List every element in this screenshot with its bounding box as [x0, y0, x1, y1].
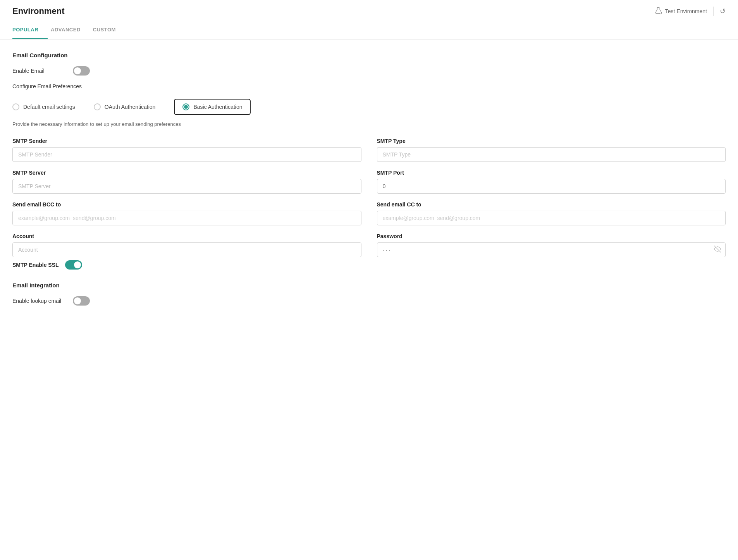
enable-email-row: Enable Email: [12, 66, 726, 76]
smtp-ssl-row: SMTP Enable SSL: [12, 260, 726, 270]
enable-email-label: Enable Email: [12, 68, 67, 74]
tab-advanced[interactable]: ADVANCED: [51, 21, 90, 39]
toggle-thumb-lookup: [74, 297, 81, 304]
page-title: Environment: [12, 6, 64, 16]
refresh-button[interactable]: ↺: [720, 7, 726, 15]
main-content: Email Configuration Enable Email Configu…: [0, 40, 738, 318]
send-cc-label: Send email CC to: [377, 201, 726, 208]
send-cc-input[interactable]: [377, 211, 726, 225]
header-right: Test Environment ↺: [654, 7, 726, 16]
send-bcc-input[interactable]: [12, 211, 361, 225]
radio-circle-oauth: [94, 103, 101, 110]
password-input[interactable]: [377, 242, 726, 257]
auth-options-row: Default email settings OAuth Authenticat…: [12, 99, 726, 115]
account-label: Account: [12, 233, 361, 239]
send-bcc-label: Send email BCC to: [12, 201, 361, 208]
email-integration-title: Email Integration: [12, 282, 726, 289]
smtp-port-label: SMTP Port: [377, 170, 726, 176]
send-cc-field: Send email CC to: [377, 201, 726, 225]
email-integration-section: Email Integration Enable lookup email: [12, 282, 726, 306]
smtp-type-field: SMTP Type: [377, 138, 726, 162]
tab-popular[interactable]: POPULAR: [12, 21, 48, 39]
toggle-thumb-email: [74, 67, 81, 74]
smtp-port-input[interactable]: 0: [377, 179, 726, 194]
enable-lookup-row: Enable lookup email: [12, 296, 726, 306]
enable-email-toggle[interactable]: [73, 66, 90, 76]
enable-lookup-toggle[interactable]: [73, 296, 90, 306]
send-bcc-field: Send email BCC to: [12, 201, 361, 225]
password-wrapper: [377, 242, 726, 257]
smtp-type-label: SMTP Type: [377, 138, 726, 144]
smtp-sender-field: SMTP Sender: [12, 138, 361, 162]
test-environment-button[interactable]: Test Environment: [654, 7, 707, 16]
smtp-ssl-label: SMTP Enable SSL: [12, 262, 59, 268]
info-text: Provide the necessary information to set…: [12, 121, 726, 127]
email-config-title: Email Configuration: [12, 52, 726, 58]
test-environment-label: Test Environment: [665, 8, 707, 14]
password-label: Password: [377, 233, 726, 239]
configure-prefs-label: Configure Email Preferences: [12, 83, 726, 89]
smtp-server-input[interactable]: [12, 179, 361, 194]
radio-circle-basic: [182, 103, 189, 110]
smtp-sender-input[interactable]: [12, 147, 361, 162]
toggle-thumb-ssl: [74, 261, 81, 268]
enable-lookup-label: Enable lookup email: [12, 298, 67, 304]
account-input[interactable]: [12, 242, 361, 257]
radio-label-oauth: OAuth Authentication: [105, 104, 156, 110]
radio-basic-auth[interactable]: Basic Authentication: [174, 99, 251, 115]
page-container: Environment Test Environment ↺ POPULAR A…: [0, 0, 738, 560]
refresh-icon: ↺: [720, 7, 726, 15]
smtp-form-grid: SMTP Sender SMTP Type SMTP Server SMTP P…: [12, 138, 726, 257]
smtp-ssl-toggle[interactable]: [65, 260, 82, 270]
password-field: Password: [377, 233, 726, 257]
smtp-server-field: SMTP Server: [12, 170, 361, 194]
smtp-type-input[interactable]: [377, 147, 726, 162]
tabs-bar: POPULAR ADVANCED CUSTOM: [0, 21, 738, 40]
header: Environment Test Environment ↺: [0, 0, 738, 21]
radio-circle-default: [12, 103, 19, 110]
radio-default-email[interactable]: Default email settings: [12, 103, 75, 110]
smtp-server-label: SMTP Server: [12, 170, 361, 176]
account-field: Account: [12, 233, 361, 257]
radio-label-basic: Basic Authentication: [193, 104, 242, 110]
flask-icon: [654, 7, 662, 16]
radio-oauth[interactable]: OAuth Authentication: [94, 103, 156, 110]
smtp-sender-label: SMTP Sender: [12, 138, 361, 144]
eye-icon[interactable]: [714, 246, 721, 254]
header-divider: [713, 7, 714, 16]
tab-custom[interactable]: CUSTOM: [93, 21, 125, 39]
smtp-port-field: SMTP Port 0: [377, 170, 726, 194]
radio-label-default: Default email settings: [23, 104, 75, 110]
